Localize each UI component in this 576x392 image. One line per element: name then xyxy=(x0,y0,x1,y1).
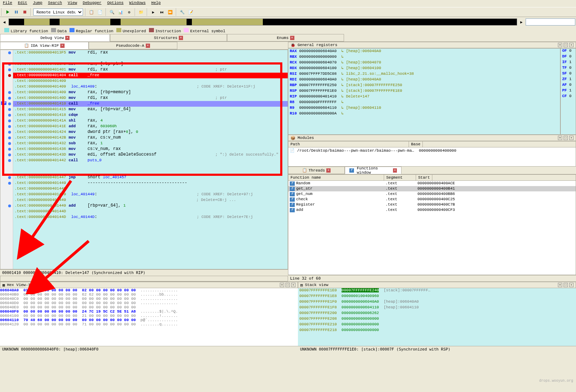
run-button[interactable] xyxy=(4,9,11,16)
stack-row[interactable]: 00007FFFFFFFE1E8 0000000100400960 xyxy=(298,294,576,299)
module-row[interactable]: 📄 /root/Desktop/baimao---pwn-master/baim… xyxy=(288,147,576,153)
col-fname[interactable]: Function name xyxy=(288,175,384,180)
code-line[interactable] xyxy=(13,56,288,61)
close-icon[interactable]: × xyxy=(146,44,150,48)
tb-icon-6[interactable]: 📁 xyxy=(138,9,145,16)
register-row[interactable]: RAX 00000000006040A0 ↳ [heap]:006040A0 xyxy=(288,49,560,54)
register-row[interactable]: RCX 0000000000604070 ↳ [heap]:00604070 xyxy=(288,60,560,66)
max-icon[interactable]: □ xyxy=(286,283,290,287)
hex-row[interactable]: 00604100 00 00 00 00 00 00 00 00 21 00 0… xyxy=(0,314,298,318)
register-row[interactable]: RBP 00007FFFFFFFE250 ↳ [stack]:00007FFFF… xyxy=(288,83,560,88)
code-line[interactable]: .text:0000000000401449 xyxy=(13,186,288,192)
code-line[interactable]: .text:0000000000401409 xyxy=(13,78,288,84)
tb-icon-4[interactable]: 📊 xyxy=(117,9,124,16)
col-path[interactable]: Path xyxy=(288,141,409,147)
code-line[interactable] xyxy=(13,163,288,169)
code-line[interactable]: .text:0000000000401418 cdqe xyxy=(13,112,288,118)
code-line[interactable]: .text:00000000004013F5 mov rdi, rax xyxy=(13,50,288,56)
code-line[interactable]: .text:0000000000401432 sub rax, 1 xyxy=(13,141,288,146)
close-icon[interactable]: × xyxy=(569,136,574,140)
function-row[interactable]: fRegister.text0000000000400C7B xyxy=(288,202,576,207)
menu-search[interactable]: Search xyxy=(48,1,62,6)
tb-icon-a[interactable]: 🔧 xyxy=(179,9,186,16)
stack-row[interactable]: 00007FFFFFFFE208 0000000000000000 xyxy=(298,317,576,322)
code-line[interactable]: .text:0000000000401449 ; Delete+CB↑j ... xyxy=(13,197,288,203)
menu-edit[interactable]: Edit xyxy=(18,1,27,6)
code-line[interactable]: .text:000000000040142B mov rax, cs:v_num xyxy=(13,135,288,141)
col-base[interactable]: Base xyxy=(409,141,423,147)
hscroll[interactable] xyxy=(0,276,288,281)
code-line[interactable]: .text:000000000040144D loc_40144D: ; COD… xyxy=(13,214,288,220)
code-line[interactable]: .text:0000000000401449 loc_401449: ; COD… xyxy=(13,192,288,197)
code-line[interactable]: .text:0000000000401415 mov eax, [rbp+var… xyxy=(13,107,288,112)
menu-debugger[interactable]: Debugger xyxy=(83,1,101,6)
tb-icon-8[interactable]: ⏭ xyxy=(158,9,165,16)
hex-row[interactable]: 00604120 00 00 00 00 00 00 00 00 71 00 0… xyxy=(0,322,298,326)
register-row[interactable]: RBX 0000000000000000 ↳ xyxy=(288,54,560,60)
tab-debugview[interactable]: Debug View× xyxy=(0,34,110,41)
code-line[interactable]: .text:000000000040140D mov rdi, rax ; pt… xyxy=(13,95,288,101)
stack-row[interactable]: 00007FFFFFFFE200 0000000000006262 xyxy=(298,311,576,317)
stack-view[interactable]: 00007FFFFFFFE1E0 00007FFFFFFFE240 [stack… xyxy=(298,288,576,346)
functions-panel[interactable]: Function nameSegmentStart fRandom.text00… xyxy=(288,174,576,275)
tb-icon-7[interactable]: ▶ xyxy=(150,9,157,16)
code-line[interactable]: .text:000000000040141E add rax, 603060h xyxy=(13,124,288,129)
code-line[interactable]: .text:0000000000401401 mov rdi, rax ; pt… xyxy=(13,67,288,73)
tab-idaview[interactable]: 📋IDA View-RIP× xyxy=(0,42,89,49)
stack-row[interactable]: 00007FFFFFFFE1F8 0000000000604110 [heap]… xyxy=(298,305,576,311)
hex-row[interactable]: 006040E0 00 00 00 00 00 00 00 00 00 00 0… xyxy=(0,305,298,309)
code-line[interactable]: .text:0000000000401410 call _free xyxy=(13,101,288,107)
col-seg[interactable]: Segment xyxy=(384,175,416,180)
hex-view[interactable]: 006040A0 01 00 00 00 00 00 00 00 02 00 0… xyxy=(0,288,298,346)
code-line[interactable]: .text:0000000000401409 mov rax, [rbp+mem… xyxy=(13,90,288,95)
tb-icon-b[interactable]: 📝 xyxy=(187,9,194,16)
tab-enums[interactable]: Enums× xyxy=(227,34,344,41)
code-line[interactable]: .text:0000000000401424 mov dword ptr [ra… xyxy=(13,129,288,135)
col-start[interactable]: Start xyxy=(416,175,432,180)
close-icon[interactable]: × xyxy=(569,283,574,287)
nav-search[interactable] xyxy=(526,18,575,26)
close-icon[interactable]: × xyxy=(326,168,331,173)
code-line[interactable]: .text:000000000040143D mov edi, offset a… xyxy=(13,152,288,158)
register-row[interactable]: RSI 00007FFFF7DD5C08 ↳ libc_2.21.so:__ma… xyxy=(288,71,560,77)
menu-windows[interactable]: Windows xyxy=(129,1,145,6)
tab-pseudo[interactable]: Pseudocode-A× xyxy=(89,42,177,49)
register-row[interactable]: RSP 00007FFFFFFFE1E0 ↳ [stack]:00007FFFF… xyxy=(288,88,560,94)
min-icon[interactable]: ▭ xyxy=(558,283,562,287)
close-icon[interactable]: × xyxy=(291,283,295,287)
tb-icon-1[interactable]: 📋 xyxy=(88,9,95,16)
max-icon[interactable]: □ xyxy=(564,136,568,140)
function-row[interactable]: fget_str.text0000000000400B41 xyxy=(288,186,576,191)
tab-functions[interactable]: fFunctions window× xyxy=(345,167,401,174)
code-line[interactable]: .text:0000000000401404 call _free xyxy=(13,73,288,78)
code-line[interactable]: .text:0000000000401447 jmp short loc_401… xyxy=(13,175,288,180)
close-icon[interactable]: × xyxy=(393,168,397,173)
function-row[interactable]: fcheck.text0000000000400C25 xyxy=(288,197,576,202)
nav-fwd[interactable]: ▶ xyxy=(518,18,525,26)
register-row[interactable]: RDI 00000000006040A0 ↳ [heap]:006040A0 xyxy=(288,77,560,83)
modules-panel[interactable]: PathBase 📄 /root/Desktop/baimao---pwn-ma… xyxy=(288,141,576,167)
menu-options[interactable]: Options xyxy=(107,1,123,6)
tab-threads[interactable]: 📋Threads× xyxy=(288,167,345,174)
hex-row[interactable]: 006040D0 00 00 00 00 00 00 00 00 00 00 0… xyxy=(0,301,298,305)
code-line[interactable]: .text:0000000000401449 ; ---------------… xyxy=(13,180,288,186)
stop-button[interactable] xyxy=(21,9,28,16)
close-icon[interactable]: × xyxy=(65,36,70,40)
register-row[interactable]: R10 000000000000000A ↳ xyxy=(288,111,560,117)
menu-help[interactable]: Help xyxy=(151,1,161,6)
close-icon[interactable]: × xyxy=(569,43,574,47)
max-icon[interactable]: □ xyxy=(564,283,568,287)
menu-view[interactable]: View xyxy=(68,1,77,6)
tb-icon-5[interactable]: ⚙ xyxy=(126,9,133,16)
function-row[interactable]: fRandom.text0000000000400ACE xyxy=(288,181,576,186)
hex-row[interactable]: 006040B0 08 00 00 00 00 00 00 00 62 62 0… xyxy=(0,292,298,297)
code-line[interactable]: .text:00000000004013FD mov rax, [rbp+ptr… xyxy=(13,61,288,67)
hex-row[interactable]: 006040C0 00 00 00 00 00 00 00 00 00 00 0… xyxy=(0,297,298,301)
min-icon[interactable]: ▭ xyxy=(558,43,562,47)
function-row[interactable]: fadd.text0000000000400CF3 xyxy=(288,207,576,213)
max-icon[interactable]: □ xyxy=(564,43,568,47)
code-line[interactable]: .text:000000000040141A shl rax, 4 xyxy=(13,118,288,124)
stack-row[interactable]: 00007FFFFFFFE1F0 00000000006040A0 [heap]… xyxy=(298,299,576,305)
menu-file[interactable]: File xyxy=(3,1,12,6)
debugger-combo[interactable]: Remote Linux debugger xyxy=(33,9,83,16)
